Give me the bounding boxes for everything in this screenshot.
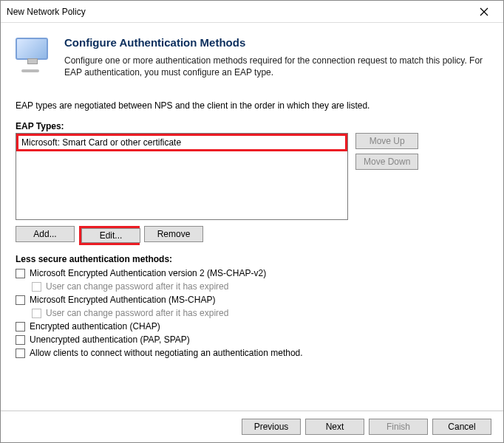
less-secure-section: Less secure authentication methods: Micr… [16,254,488,360]
remove-button[interactable]: Remove [144,226,203,242]
edit-button[interactable]: Edit... [81,228,140,243]
finish-button[interactable]: Finish [369,419,428,435]
checkbox-mschap-sub: User can change password after it has ex… [32,306,488,320]
checkbox-label: Microsoft Encrypted Authentication (MS-C… [30,295,215,305]
header-text: Configure Authentication Methods Configu… [64,36,488,78]
add-button[interactable]: Add... [16,226,75,242]
checkbox-icon[interactable] [16,348,25,358]
content-area: Configure Authentication Methods Configu… [1,23,503,411]
checkbox-icon[interactable] [16,335,25,345]
eap-type-item[interactable]: Microsoft: Smart Card or other certifica… [16,134,347,151]
checkbox-icon[interactable] [16,295,25,305]
wizard-footer: Previous Next Finish Cancel [1,411,503,442]
checkbox-label: User can change password after it has ex… [46,281,228,292]
checkbox-label: Microsoft Encrypted Authentication versi… [30,268,266,278]
checkbox-label: Allow clients to connect without negotia… [30,348,303,358]
dialog-window: New Network Policy Configure Authenticat… [0,0,504,443]
less-secure-label: Less secure authentication methods: [16,254,488,264]
close-button[interactable] [469,1,499,22]
instruction-text: EAP types are negotiated between NPS and… [16,100,488,111]
checkbox-mschap[interactable]: Microsoft Encrypted Authentication (MS-C… [16,293,488,306]
checkbox-label: Encrypted authentication (CHAP) [30,321,160,332]
edit-button-highlight: Edit... [79,226,140,245]
move-up-button[interactable]: Move Up [355,133,418,149]
checkbox-chap[interactable]: Encrypted authentication (CHAP) [16,320,488,333]
eap-row: Microsoft: Smart Card or other certifica… [16,133,488,220]
eap-types-listbox[interactable]: Microsoft: Smart Card or other certifica… [16,133,348,220]
monitor-icon [16,38,52,71]
checkbox-icon[interactable] [16,269,25,278]
next-button[interactable]: Next [305,419,364,435]
page-description: Configure one or more authentication met… [64,55,488,78]
cancel-button[interactable]: Cancel [432,419,491,435]
checkbox-pap[interactable]: Unencrypted authentication (PAP, SPAP) [16,333,488,346]
move-down-button[interactable]: Move Down [355,154,418,170]
checkbox-icon [32,282,41,292]
titlebar: New Network Policy [1,1,503,23]
reorder-buttons: Move Up Move Down [355,133,418,170]
checkbox-icon [32,309,41,318]
eap-action-buttons: Add... Edit... Remove [16,226,488,245]
checkbox-icon[interactable] [16,322,25,332]
checkbox-no-auth[interactable]: Allow clients to connect without negotia… [16,346,488,360]
page-header: Configure Authentication Methods Configu… [16,30,488,90]
eap-types-label: EAP Types: [16,121,488,131]
window-title: New Network Policy [7,7,86,17]
checkbox-mschap2[interactable]: Microsoft Encrypted Authentication versi… [16,267,488,280]
checkbox-label: User can change password after it has ex… [46,308,228,318]
checkbox-mschap2-sub: User can change password after it has ex… [32,280,488,293]
page-heading: Configure Authentication Methods [64,36,488,49]
previous-button[interactable]: Previous [242,419,301,435]
checkbox-label: Unencrypted authentication (PAP, SPAP) [30,334,190,345]
